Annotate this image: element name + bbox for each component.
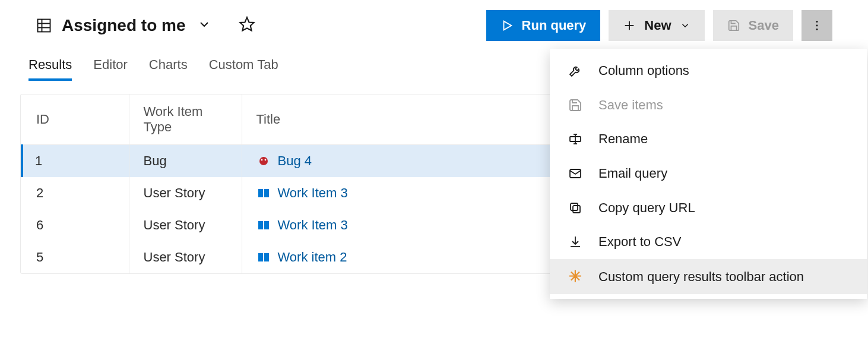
save-icon	[568, 98, 583, 112]
save-icon	[727, 19, 740, 32]
more-actions-button[interactable]	[802, 10, 832, 41]
menu-item-label: Export to CSV	[598, 233, 849, 251]
favorite-star-icon[interactable]	[239, 16, 255, 35]
chevron-down-icon[interactable]	[197, 17, 211, 34]
cell-type: Bug	[129, 145, 242, 178]
menu-item-save: Save items	[550, 88, 867, 122]
story-icon	[256, 250, 271, 264]
query-list-icon[interactable]	[36, 17, 52, 34]
mail-icon	[568, 166, 583, 181]
header-left: Assigned to me	[36, 16, 486, 35]
menu-item-label: Save items	[598, 96, 849, 114]
page-header: Assigned to me Run query New	[0, 0, 868, 43]
cell-id: 1	[22, 145, 129, 178]
cell-type: User Story	[129, 209, 242, 241]
cell-type: User Story	[129, 177, 242, 209]
rename-icon	[568, 132, 583, 146]
menu-item-rename[interactable]: Rename	[550, 122, 867, 156]
cell-id: 5	[22, 241, 129, 273]
menu-item-label: Column options	[598, 62, 849, 80]
work-item-link[interactable]: Work Item 3	[278, 218, 348, 233]
svg-point-9	[816, 25, 818, 27]
more-actions-menu: Column optionsSave itemsRenameEmail quer…	[550, 49, 867, 299]
kebab-icon	[810, 19, 823, 32]
work-item-link[interactable]: Work item 2	[278, 250, 347, 265]
menu-item-label: Rename	[598, 130, 849, 148]
svg-point-8	[816, 21, 818, 23]
menu-item-label: Copy query URL	[598, 199, 849, 217]
download-icon	[568, 235, 583, 249]
tab-editor[interactable]: Editor	[93, 57, 127, 81]
wrench-icon	[568, 64, 583, 78]
tab-custom[interactable]: Custom Tab	[209, 57, 278, 81]
work-item-link[interactable]: Bug 4	[278, 153, 312, 169]
menu-item-mail[interactable]: Email query	[550, 156, 867, 191]
menu-item-copy[interactable]: Copy query URL	[550, 191, 867, 225]
run-query-button[interactable]: Run query	[486, 10, 601, 41]
save-button: Save	[713, 10, 793, 41]
bug-icon	[256, 154, 271, 168]
svg-rect-0	[38, 20, 50, 32]
tab-results[interactable]: Results	[28, 57, 72, 81]
story-icon	[256, 218, 271, 232]
work-item-link[interactable]: Work Item 3	[278, 185, 348, 201]
toolbar: Run query New Save	[486, 10, 832, 41]
plus-icon	[623, 19, 636, 32]
save-label: Save	[749, 18, 779, 33]
copy-icon	[568, 201, 583, 215]
svg-marker-5	[503, 21, 511, 30]
menu-item-label: Custom query results toolbar action	[598, 268, 849, 286]
col-type[interactable]: Work Item Type	[129, 94, 242, 145]
menu-item-wrench[interactable]: Column options	[550, 53, 867, 88]
cell-type: User Story	[129, 241, 242, 273]
new-label: New	[644, 18, 671, 33]
run-query-label: Run query	[522, 18, 587, 33]
menu-item-download[interactable]: Export to CSV	[550, 225, 867, 259]
play-icon	[500, 19, 514, 32]
col-id[interactable]: ID	[22, 94, 129, 145]
new-button[interactable]: New	[609, 10, 704, 41]
chevron-down-icon	[680, 20, 690, 31]
story-icon	[256, 186, 271, 200]
menu-item-label: Email query	[598, 165, 849, 182]
menu-item-asterisk[interactable]: ✳Custom query results toolbar action	[550, 259, 867, 294]
asterisk-icon: ✳	[568, 267, 583, 286]
page-title: Assigned to me	[62, 16, 185, 35]
cell-id: 2	[22, 177, 129, 209]
svg-marker-4	[240, 17, 254, 30]
tab-charts[interactable]: Charts	[149, 57, 188, 81]
svg-point-10	[816, 29, 818, 30]
cell-id: 6	[22, 209, 129, 241]
